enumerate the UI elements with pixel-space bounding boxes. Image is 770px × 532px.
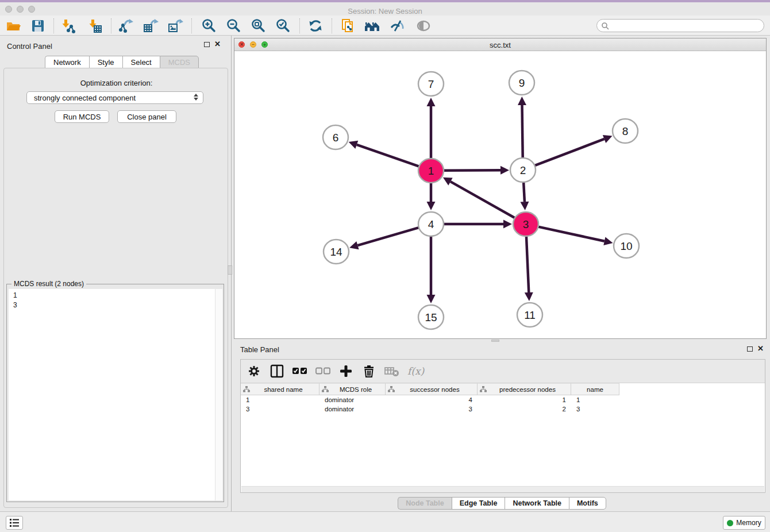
column-layout-button[interactable]: [270, 363, 284, 379]
import-table-button[interactable]: [85, 18, 105, 34]
select-all-columns-button[interactable]: [292, 363, 307, 379]
tab-motifs[interactable]: Motifs: [569, 497, 606, 510]
column-header-predecessor-nodes[interactable]: predecessor nodes: [478, 383, 571, 395]
close-panel-button[interactable]: Close panel: [117, 110, 176, 123]
table-cell[interactable]: 4: [386, 395, 478, 404]
eye-slash-icon: [390, 18, 406, 34]
table-cell[interactable]: 1: [478, 395, 571, 404]
edge-1-6[interactable]: [357, 145, 419, 167]
plus-icon: [340, 365, 352, 377]
gear-icon: [248, 365, 260, 377]
table-cell[interactable]: 1: [241, 395, 319, 404]
export-image-icon: [167, 18, 183, 34]
save-session-button[interactable]: [28, 18, 48, 34]
control-panel-title: Control Panel: [7, 42, 52, 51]
criterion-value: strongly connected component: [34, 94, 136, 102]
table-row[interactable]: 3dominator323: [241, 404, 765, 414]
tab-edge-table[interactable]: Edge Table: [452, 497, 505, 510]
edge-2-3[interactable]: [523, 183, 525, 202]
edge-3-10[interactable]: [538, 227, 604, 241]
table-cell[interactable]: dominator: [319, 395, 386, 404]
float-table-panel-icon[interactable]: [747, 346, 753, 352]
mcds-result-list[interactable]: 13: [9, 289, 222, 500]
refresh-layout-button[interactable]: [306, 18, 325, 34]
export-image-button[interactable]: [165, 18, 185, 34]
network-view-title: scc.txt: [234, 41, 766, 49]
column-header-MCDS-role[interactable]: MCDS role: [319, 383, 386, 395]
close-table-panel-icon[interactable]: ✕: [757, 346, 764, 352]
import-network-icon: [60, 18, 76, 34]
import-network-button[interactable]: [58, 18, 78, 34]
show-details-button[interactable]: [414, 18, 433, 34]
home-view-button[interactable]: [363, 18, 382, 34]
eye-icon: [415, 18, 432, 34]
hide-details-button[interactable]: [388, 18, 407, 34]
table-cell[interactable]: dominator: [319, 404, 386, 414]
tab-node-table[interactable]: Node Table: [398, 497, 451, 510]
criterion-select[interactable]: strongly connected component: [26, 91, 203, 104]
float-panel-icon[interactable]: [204, 42, 210, 47]
table-cell[interactable]: 3: [241, 404, 319, 414]
table-cell[interactable]: 1: [571, 395, 619, 404]
task-history-button[interactable]: [6, 516, 23, 530]
zoom-in-button[interactable]: [199, 18, 218, 34]
tab-select[interactable]: Select: [122, 56, 160, 68]
mcds-result-fieldset: MCDS result (2 nodes) 13: [6, 284, 224, 502]
edge-3-1[interactable]: [451, 182, 515, 218]
mcds-result-item[interactable]: 3: [9, 300, 222, 310]
column-header-shared-name[interactable]: shared name: [241, 383, 319, 395]
table-settings-button[interactable]: [247, 363, 261, 379]
column-header-name[interactable]: name: [571, 383, 619, 395]
tab-style[interactable]: Style: [89, 56, 122, 68]
function-builder-button-disabled: f(x): [407, 363, 424, 379]
result-scrollbar[interactable]: [215, 289, 222, 500]
table-hscroll-area[interactable]: [241, 486, 764, 492]
column-type-icon: [480, 386, 487, 392]
export-network-icon: [118, 18, 134, 34]
export-table-button[interactable]: [141, 18, 160, 34]
clone-network-button[interactable]: [338, 18, 357, 34]
memory-button[interactable]: Memory: [723, 516, 765, 530]
delete-column-button[interactable]: [361, 363, 376, 379]
open-folder-icon: [5, 18, 21, 34]
column-header-label: predecessor nodes: [487, 386, 568, 393]
export-network-button[interactable]: [116, 18, 136, 34]
edge-2-9[interactable]: [522, 105, 523, 157]
close-panel-icon[interactable]: ✕: [214, 41, 221, 47]
tab-network-table[interactable]: Network Table: [505, 497, 569, 510]
delete-table-button-disabled: [384, 363, 399, 379]
edge-2-8[interactable]: [535, 139, 605, 165]
edge-arrowhead: [349, 241, 359, 249]
checked-boxes-icon: [292, 367, 307, 375]
zoom-out-button[interactable]: [224, 18, 243, 34]
node-label-2: 2: [520, 164, 526, 176]
table-cell[interactable]: 3: [386, 404, 478, 414]
graph-canvas[interactable]: 1234678910111415: [234, 51, 766, 339]
table-panel: Table Panel ✕: [234, 344, 770, 511]
zoom-selected-button[interactable]: [273, 18, 292, 34]
zoom-fit-icon: [250, 18, 266, 34]
edge-3-11[interactable]: [526, 237, 529, 292]
run-mcds-button[interactable]: Run MCDS: [55, 110, 109, 123]
column-type-icon: [243, 386, 250, 392]
search-field[interactable]: [596, 19, 764, 32]
tab-network[interactable]: Network: [45, 56, 89, 68]
refresh-icon: [307, 18, 324, 34]
horizontal-splitter-handle[interactable]: [491, 340, 499, 342]
table-cell[interactable]: 2: [478, 404, 571, 414]
table-row[interactable]: 1dominator411: [241, 395, 765, 404]
mcds-result-item[interactable]: 1: [9, 291, 222, 300]
open-session-button[interactable]: [3, 18, 23, 34]
edge-4-14[interactable]: [357, 228, 418, 245]
edge-1-2[interactable]: [444, 170, 500, 171]
add-column-button[interactable]: [338, 363, 353, 379]
vertical-splitter-handle[interactable]: [228, 265, 232, 275]
tab-mcds[interactable]: MCDS: [160, 56, 199, 68]
node-table-container: f(x) shared nameMCDS rolesuccessor nodes…: [240, 359, 765, 493]
network-window-titlebar[interactable]: ✕ − ＋ scc.txt: [234, 38, 766, 51]
table-cell[interactable]: 3: [571, 404, 619, 414]
zoom-fit-button[interactable]: [248, 18, 268, 34]
search-input[interactable]: [609, 22, 753, 30]
deselect-all-columns-button[interactable]: [315, 363, 330, 379]
column-header-successor-nodes[interactable]: successor nodes: [386, 383, 478, 395]
